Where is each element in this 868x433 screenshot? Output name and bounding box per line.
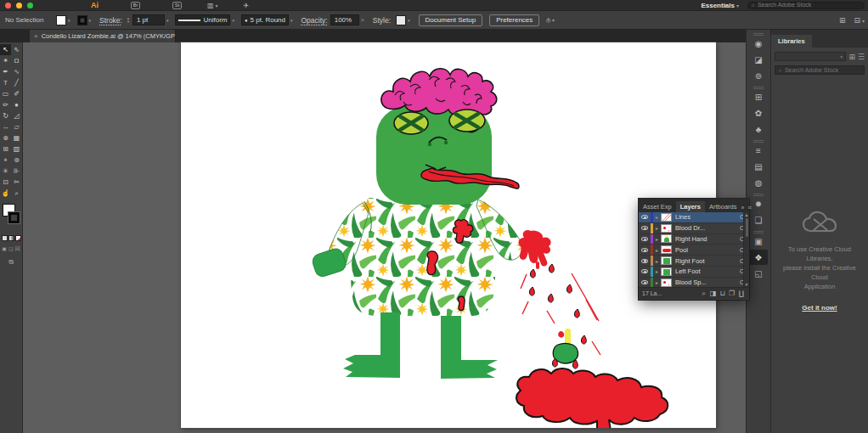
minimize-window-button[interactable] (16, 3, 22, 8)
gradient-tool[interactable]: ▧ (11, 143, 22, 155)
draw-normal-icon[interactable]: ▣ (2, 245, 7, 253)
arrange-documents-icon[interactable]: ⊞ (839, 16, 846, 25)
layer-expand-icon[interactable]: ▸ (653, 247, 661, 253)
layer-expand-icon[interactable]: ▸ (653, 279, 661, 285)
color-guide-icon[interactable]: ◪ (749, 52, 768, 67)
brush-chevron-icon[interactable]: ▾ (290, 18, 293, 23)
mesh-tool[interactable]: ⊞ (0, 143, 11, 155)
grid-view-icon[interactable]: ⊞ (848, 53, 855, 61)
close-window-button[interactable] (5, 3, 11, 8)
stroke-weight-field[interactable]: 1 pt (132, 14, 165, 25)
layer-visibility-icon[interactable] (639, 224, 651, 232)
hand-tool[interactable]: ☝ (0, 188, 11, 199)
type-tool[interactable]: T (0, 77, 11, 88)
scroll-up-icon[interactable]: ▲ (744, 212, 749, 217)
panel-collapse-icon[interactable]: » (741, 205, 744, 211)
artboard-tool[interactable]: ⊡ (0, 177, 11, 188)
libraries-search-input[interactable]: ⌕ Search Adobe Stock (775, 65, 865, 75)
dock-drag-handle[interactable] (753, 87, 764, 87)
stroke-weight-chevron-icon[interactable]: ▾ (166, 18, 169, 23)
zoom-tool[interactable]: ⌕ (11, 188, 22, 199)
layer-name[interactable]: Blood Sp... (675, 278, 740, 286)
scale-tool[interactable]: ◿ (11, 110, 22, 121)
document-setup-button[interactable]: Document Setup (419, 14, 483, 26)
symbol-sprayer-tool[interactable]: ✳ (0, 166, 11, 177)
gradient-panel-icon[interactable]: ▤ (749, 159, 768, 174)
blood-pool[interactable] (516, 368, 668, 428)
stroke-panel-icon[interactable]: ≡ (749, 143, 768, 158)
arrange-layout-icon[interactable]: ▥▾ (207, 2, 218, 9)
stock-icon[interactable]: St (172, 2, 182, 9)
gpu-performance-rocket-icon[interactable]: ✈ (244, 2, 250, 9)
layer-thumbnail[interactable] (661, 213, 672, 222)
layer-expand-icon[interactable]: ▸ (653, 258, 661, 264)
dock-drag-handle[interactable] (753, 194, 764, 194)
fill-color-swatch[interactable] (56, 15, 66, 25)
stroke-chevron-icon[interactable]: ▾ (89, 18, 92, 23)
eyedropper-tool[interactable]: ⌖ (0, 155, 11, 166)
symbols-panel-icon[interactable]: ✿ (749, 105, 768, 121)
layer-row-blood-sp-[interactable]: ▸Blood Sp...O (639, 278, 749, 287)
layer-name[interactable]: Right Foot (675, 257, 740, 265)
layer-thumbnail[interactable] (661, 224, 672, 233)
line-segment-tool[interactable]: ╱ (11, 77, 22, 88)
library-select[interactable]: ▾ (775, 52, 846, 61)
zoom-window-button[interactable] (27, 3, 33, 8)
layer-row-lines[interactable]: ▸LinesO (639, 212, 749, 223)
dock-drag-handle[interactable] (753, 140, 764, 141)
layer-thumbnail[interactable] (661, 256, 672, 265)
layer-expand-icon[interactable]: ▸ (653, 268, 661, 274)
scroll-down-icon[interactable]: ▼ (744, 282, 749, 287)
zombie-lizard-artwork[interactable] (181, 42, 716, 428)
opacity-field[interactable]: 100% (330, 14, 359, 25)
draw-inside-icon[interactable]: 回 (15, 245, 20, 253)
close-tab-icon[interactable]: × (34, 32, 38, 40)
selection-tool[interactable]: ↖ (0, 44, 11, 55)
color-themes-icon[interactable]: ⊚ (749, 68, 768, 83)
layer-row-pool[interactable]: ▸PoolO (639, 245, 749, 256)
bridge-icon[interactable]: Br (131, 2, 140, 9)
layer-thumbnail[interactable] (661, 278, 672, 287)
swatches-panel-icon[interactable]: ⊞ (749, 89, 768, 104)
layer-visibility-icon[interactable] (639, 213, 651, 221)
layers-panel-icon[interactable]: ❖ (749, 250, 768, 265)
slice-tool[interactable]: ✂ (11, 177, 22, 188)
artboards-panel-icon[interactable]: ▣ (749, 233, 768, 249)
style-chevron-icon[interactable]: ▾ (408, 18, 410, 23)
color-mode-button[interactable] (2, 235, 8, 241)
pencil-tool[interactable]: ✏ (0, 99, 11, 110)
layer-row-blood-dr-[interactable]: ▸Blood Dr...O (639, 223, 749, 234)
tab-asset-exp[interactable]: Asset Exp (639, 201, 676, 212)
gradient-mode-button[interactable] (8, 235, 14, 241)
free-transform-tool[interactable]: ▱ (11, 121, 22, 132)
direct-selection-tool[interactable]: ⇖ (11, 44, 22, 55)
scrollbar-thumb[interactable] (746, 218, 748, 237)
layer-visibility-icon[interactable] (639, 257, 651, 265)
panel-dock-icon[interactable]: ⊟▾ (854, 16, 865, 25)
none-mode-button[interactable] (15, 235, 21, 241)
canvas-pasteboard[interactable] (23, 42, 746, 433)
draw-behind-icon[interactable]: ◲ (8, 245, 14, 253)
brush-select[interactable]: ● 5 pt. Round (241, 14, 289, 25)
layer-name[interactable]: Blood Dr... (675, 224, 740, 232)
stroke-weight-stepper[interactable]: ▲▼ (127, 17, 130, 23)
screen-mode-button[interactable]: ⧉ (0, 258, 22, 267)
layer-name[interactable]: Right Hand (675, 235, 740, 243)
zombie-head[interactable] (376, 69, 519, 205)
blend-tool[interactable]: ⊛ (11, 155, 22, 166)
layer-name[interactable]: Left Foot (675, 267, 740, 275)
layer-visibility-icon[interactable] (639, 278, 651, 286)
new-sublayer-icon[interactable]: ⊔ (718, 290, 727, 297)
asset-export-panel-icon[interactable]: ◱ (749, 266, 768, 281)
curvature-tool[interactable]: ∿ (11, 66, 22, 77)
transparency-panel-icon[interactable]: ◍ (749, 175, 768, 190)
align-panel-icon[interactable]: ⫛▾ (546, 16, 555, 25)
artboard[interactable] (181, 42, 716, 428)
layer-name[interactable]: Pool (675, 246, 740, 254)
rectangle-tool[interactable]: ▭ (0, 88, 11, 99)
style-swatch[interactable] (396, 15, 406, 25)
severed-hand[interactable] (552, 329, 578, 368)
zombie-legs[interactable] (343, 312, 498, 379)
stroke-indicator[interactable] (8, 211, 20, 224)
panel-menu-icon[interactable]: ≡ (747, 205, 751, 211)
